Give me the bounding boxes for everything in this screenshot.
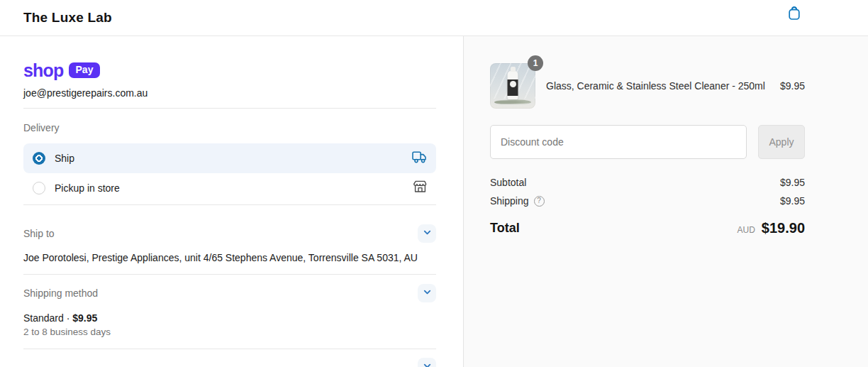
shipping-method-name: Standard xyxy=(23,312,64,324)
cart-line-item: 1 Glass, Ceramic & Stainless Steel Clean… xyxy=(490,63,805,109)
delivery-option-label: Ship xyxy=(55,153,403,164)
cart-button[interactable] xyxy=(784,4,804,24)
subtotal-value: $9.95 xyxy=(780,177,805,188)
ship-to-expand-button[interactable] xyxy=(418,224,436,243)
total-label: Total xyxy=(490,221,520,236)
shipping-label: Shipping xyxy=(490,195,529,207)
order-summary-panel: 1 Glass, Ceramic & Stainless Steel Clean… xyxy=(463,36,868,367)
subtotal-row: Subtotal $9.95 xyxy=(490,173,805,192)
shipping-method-header: Shipping method xyxy=(23,284,436,302)
ship-to-header: Ship to xyxy=(23,224,436,243)
truck-icon xyxy=(412,151,427,166)
subtotal-label: Subtotal xyxy=(490,177,526,188)
shipping-method-price: $9.95 xyxy=(72,312,97,324)
shipping-eta: 2 to 8 business days xyxy=(23,327,436,337)
divider xyxy=(23,274,436,275)
total-value: $19.90 xyxy=(762,220,805,236)
shop-wordmark: shop xyxy=(23,62,64,80)
checkout-header: The Luxe Lab xyxy=(0,0,868,36)
apply-discount-button[interactable]: Apply xyxy=(758,125,805,159)
delivery-option-label: Pickup in store xyxy=(55,182,404,194)
chevron-down-icon xyxy=(423,287,432,299)
shipping-help-icon[interactable]: ? xyxy=(534,196,545,207)
total-row: Total AUD $19.90 xyxy=(490,217,805,240)
product-name: Glass, Ceramic & Stainless Steel Cleaner… xyxy=(546,80,772,92)
shipping-row: Shipping ? $9.95 xyxy=(490,192,805,210)
shipping-method-separator: · xyxy=(64,312,72,324)
discount-code-input[interactable] xyxy=(490,125,747,159)
bottle-graphic xyxy=(508,71,518,99)
delivery-section-label: Delivery xyxy=(23,122,436,133)
product-image xyxy=(490,63,535,109)
delivery-option-ship[interactable]: Ship xyxy=(23,143,436,173)
radio-selected[interactable] xyxy=(33,152,45,165)
delivery-option-pickup[interactable]: Pickup in store xyxy=(23,173,436,203)
divider xyxy=(23,108,436,109)
store-icon xyxy=(413,180,427,196)
product-thumbnail: 1 xyxy=(490,63,535,109)
shop-pay-logo: shop Pay xyxy=(23,61,436,80)
ship-to-label: Ship to xyxy=(23,228,55,239)
shopping-bag-icon xyxy=(786,5,802,24)
next-section-header-clipped xyxy=(23,358,436,367)
radio-unselected[interactable] xyxy=(33,182,45,195)
quantity-badge: 1 xyxy=(528,55,543,71)
next-section-expand-button[interactable] xyxy=(418,358,436,367)
divider xyxy=(23,349,436,349)
shipping-value: $9.95 xyxy=(780,195,805,207)
chevron-down-icon xyxy=(423,361,432,367)
pay-badge: Pay xyxy=(69,62,101,78)
shipping-method-label: Shipping method xyxy=(23,287,98,299)
checkout-form-panel: shop Pay joe@prestigerepairs.com.au Deli… xyxy=(0,36,463,367)
cost-summary: Subtotal $9.95 Shipping ? $9.95 Total AU… xyxy=(490,173,805,240)
divider xyxy=(23,204,436,205)
delivery-options: Ship Pickup in store xyxy=(23,143,436,203)
product-price: $9.95 xyxy=(780,80,805,92)
shipping-method-selected: Standard · $9.95 xyxy=(23,312,436,324)
shipping-method-expand-button[interactable] xyxy=(418,284,436,302)
chevron-down-icon xyxy=(423,228,432,239)
discount-code-row: Apply xyxy=(490,125,805,159)
shipping-address: Joe Porotolesi, Prestige Appliances, uni… xyxy=(23,252,436,263)
currency-code: AUD xyxy=(737,225,755,235)
customer-email: joe@prestigerepairs.com.au xyxy=(23,87,436,99)
store-name: The Luxe Lab xyxy=(23,10,112,26)
